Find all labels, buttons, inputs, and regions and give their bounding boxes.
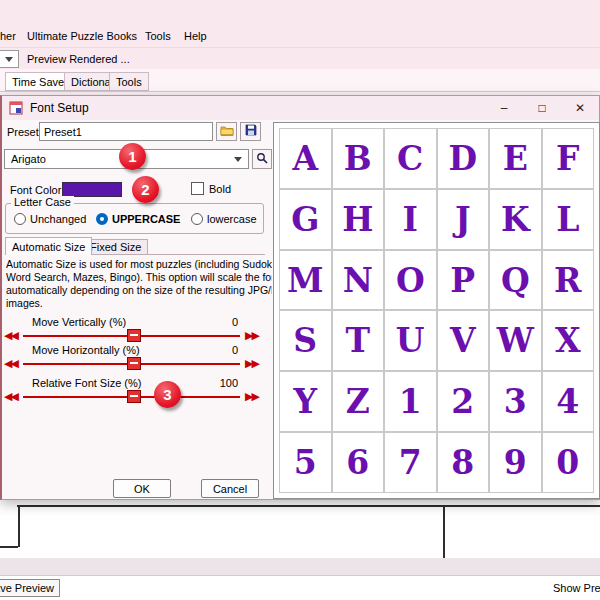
font-family-value: Arigato [11,153,46,165]
bottom-button-bar: ave Preview Show Prev [0,575,600,600]
slider-left-arrows-icon[interactable]: ◀◀ [4,390,17,403]
save-preset-button[interactable] [240,122,261,141]
font-setup-icon [9,101,23,115]
move-horizontally-value: 0 [198,344,238,356]
cancel-button[interactable]: Cancel [201,479,259,498]
radio-unchanged[interactable]: Unchanged [14,213,86,225]
preview-letter: 6 [332,432,385,493]
font-search-button[interactable] [252,149,272,169]
preview-letter: L [542,189,595,250]
minimize-button[interactable]: – [485,96,523,120]
move-horizontally-slider[interactable]: ◀◀ ▶▶ [2,356,264,372]
preview-letter: S [279,310,332,371]
page-edge-short [0,546,18,548]
preview-letter: 4 [542,371,595,432]
move-vertically-value: 0 [198,316,238,328]
page-edge-line [17,505,600,507]
preview-letter: D [437,128,490,189]
letter-case-group: Letter Case Unchanged UPPERCASE lowercas… [5,203,264,234]
preview-letter: Q [489,250,542,311]
preview-letter: W [489,310,542,371]
bold-checkbox[interactable] [191,182,204,195]
slider-left-arrows-icon[interactable]: ◀◀ [4,329,17,342]
font-color-swatch[interactable] [62,182,122,197]
chevron-down-icon [234,157,242,162]
tab-automatic-size[interactable]: Automatic Size [5,237,92,255]
preview-letter: E [489,128,542,189]
annotation-circle-1: 1 [119,143,146,170]
radio-lowercase[interactable]: lowercase [191,213,257,225]
preview-letter: T [332,310,385,371]
app-menubar: her Ultimate Puzzle Books Tools Help [0,0,600,47]
font-color-label: Font Color [10,184,61,196]
move-horizontally-label: Move Horizontally (%) [32,344,140,356]
tab-fixed-size[interactable]: Fixed Size [83,239,148,255]
slider-right-arrows-icon[interactable]: ▶▶ [245,329,258,342]
preview-letter: P [437,250,490,311]
show-preview-button[interactable]: Show Prev [553,582,600,594]
relative-font-size-value: 100 [198,377,238,389]
preview-letter: 3 [489,371,542,432]
preview-letter: 5 [279,432,332,493]
dialog-titlebar[interactable]: Font Setup – □ ✕ [2,96,599,120]
preview-letter: Y [279,371,332,432]
open-preset-button[interactable] [216,122,237,141]
ok-button[interactable]: OK [113,479,171,498]
page-edge-right [443,505,445,561]
save-preview-button[interactable]: ave Preview [0,579,60,597]
preview-letter: R [542,250,595,311]
annotation-circle-2: 2 [132,176,159,203]
relative-font-size-label: Relative Font Size (%) [32,377,141,389]
description-line: automatically depending on the size of t… [6,284,272,297]
preset-input[interactable] [39,122,213,141]
move-vertically-label: Move Vertically (%) [32,316,126,328]
slider-handle[interactable] [127,329,141,342]
automatic-size-description: Automatic Size is used for most puzzles … [6,258,272,310]
screen: her Ultimate Puzzle Books Tools Help Pre… [0,0,600,600]
save-icon [245,124,257,139]
font-preview-panel: A B C D E F G H I J K L M N O P Q R S T [273,122,600,499]
preview-letter: 7 [384,432,437,493]
slider-handle[interactable] [127,357,141,370]
radio-uppercase-label: UPPERCASE [112,213,180,225]
bold-label: Bold [209,183,231,195]
preview-letter: 1 [384,371,437,432]
preview-letter: H [332,189,385,250]
slider-left-arrows-icon[interactable]: ◀◀ [4,357,17,370]
preview-letter: J [437,189,490,250]
font-setup-dialog: Font Setup – □ ✕ Preset Arigato [0,95,600,500]
menu-item-help[interactable]: Help [184,30,207,42]
close-button[interactable]: ✕ [561,96,599,120]
letter-case-legend: Letter Case [11,196,74,208]
menu-item-tools[interactable]: Tools [145,30,171,42]
radio-lowercase-label: lowercase [207,213,257,225]
preview-rendered-label[interactable]: Preview Rendered ... [27,53,130,65]
move-vertically-slider[interactable]: ◀◀ ▶▶ [2,328,264,344]
preview-letter: C [384,128,437,189]
radio-unselected-icon [191,213,203,225]
statusbar-band [0,558,600,575]
radio-unchanged-label: Unchanged [30,213,86,225]
search-icon [256,152,268,167]
annotation-circle-3: 3 [154,381,181,408]
toolbar-combobox[interactable] [0,50,19,68]
radio-uppercase[interactable]: UPPERCASE [96,213,180,225]
preview-letter: O [384,250,437,311]
maximize-button[interactable]: □ [523,96,561,120]
background-workspace: ave Preview Show Prev [0,500,600,600]
slider-handle[interactable] [127,390,141,403]
menu-item-publisher[interactable]: her [0,30,16,42]
app-toolbar: Preview Rendered ... [0,47,600,69]
preview-letter: A [279,128,332,189]
menu-item-ultimate-puzzle-books[interactable]: Ultimate Puzzle Books [27,30,137,42]
preset-label: Preset [7,126,39,138]
slider-right-arrows-icon[interactable]: ▶▶ [245,390,258,403]
tab-tools[interactable]: Tools [109,72,149,91]
radio-selected-icon [96,213,108,225]
preview-letter: N [332,250,385,311]
radio-unselected-icon [14,213,26,225]
folder-icon [220,124,234,139]
relative-font-size-slider[interactable]: ◀◀ ▶▶ [2,389,264,405]
slider-right-arrows-icon[interactable]: ▶▶ [245,357,258,370]
preview-letter: M [279,250,332,311]
